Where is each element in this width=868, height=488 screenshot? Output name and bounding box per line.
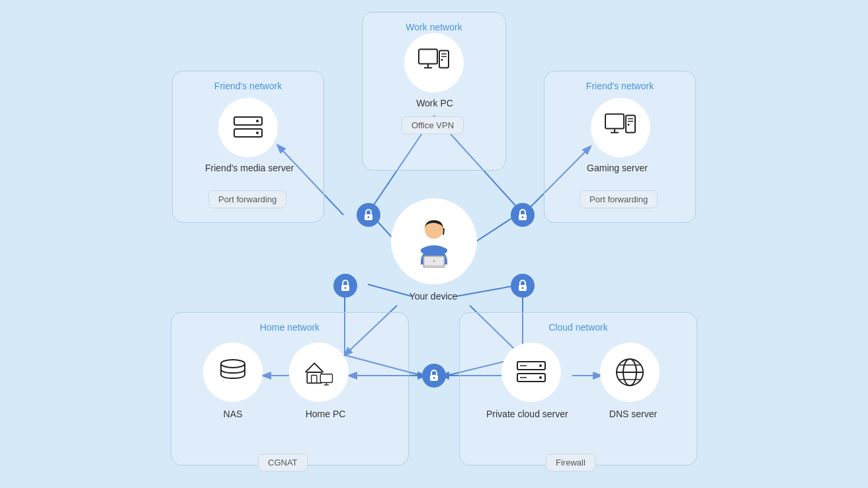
svg-point-41 xyxy=(368,216,370,218)
lock-center-bottom xyxy=(422,364,446,387)
home-pc-label: Home PC xyxy=(299,409,352,419)
port-forwarding-left-badge: Port forwarding xyxy=(208,190,286,208)
cloud-network-label: Cloud network xyxy=(548,322,608,333)
friend-left-network-label: Friend's network xyxy=(214,81,282,91)
friend-right-network-label: Friend's network xyxy=(586,81,654,91)
private-cloud-icon xyxy=(501,343,561,402)
dns-server-label: DNS server xyxy=(603,409,663,419)
gaming-server-label: Gaming server xyxy=(581,163,654,173)
home-network-box: Home network xyxy=(171,312,409,466)
svg-point-26 xyxy=(256,120,259,122)
svg-rect-21 xyxy=(439,51,449,68)
port-forwarding-right-badge: Port forwarding xyxy=(580,190,658,208)
svg-point-57 xyxy=(539,364,542,367)
svg-point-28 xyxy=(256,132,259,134)
svg-point-39 xyxy=(433,261,435,263)
your-device-circle xyxy=(391,198,477,284)
home-network-label: Home network xyxy=(260,322,320,333)
svg-point-35 xyxy=(628,124,630,126)
your-device-label: Your device xyxy=(407,291,460,302)
firewall-badge: Firewall xyxy=(546,454,595,471)
media-server-icon xyxy=(218,98,278,157)
gaming-server-icon xyxy=(591,98,650,157)
friend-media-label: Friend's media server xyxy=(205,163,291,173)
svg-point-50 xyxy=(221,360,245,368)
svg-point-43 xyxy=(522,216,524,218)
svg-line-12 xyxy=(368,284,412,296)
lock-lower-right xyxy=(511,274,535,298)
nas-label: NAS xyxy=(210,409,256,419)
work-pc-label: Work PC xyxy=(412,98,458,108)
work-pc-icon xyxy=(404,33,464,93)
svg-point-49 xyxy=(433,377,435,379)
svg-point-24 xyxy=(441,59,443,61)
lock-lower-left xyxy=(333,274,357,298)
office-vpn-badge: Office VPN xyxy=(402,116,464,134)
svg-rect-52 xyxy=(312,376,317,384)
svg-point-47 xyxy=(522,287,524,289)
dns-server-icon xyxy=(600,343,660,402)
cloud-network-box: Cloud network xyxy=(459,312,697,466)
diagram: Work network Work PC Office VPN Friend's… xyxy=(0,0,868,488)
cgnat-badge: CGNAT xyxy=(258,454,308,471)
svg-rect-29 xyxy=(605,114,624,129)
lock-upper-left xyxy=(357,203,380,227)
nas-icon xyxy=(203,343,263,402)
home-pc-icon xyxy=(289,343,349,402)
svg-rect-32 xyxy=(626,116,635,133)
lock-upper-right xyxy=(511,203,535,227)
svg-point-45 xyxy=(345,287,347,289)
svg-rect-51 xyxy=(307,372,322,383)
svg-rect-53 xyxy=(320,374,332,383)
work-network-label: Work network xyxy=(406,22,462,32)
private-cloud-label: Private cloud server xyxy=(486,409,566,419)
svg-point-60 xyxy=(539,376,542,379)
svg-rect-18 xyxy=(419,50,437,64)
